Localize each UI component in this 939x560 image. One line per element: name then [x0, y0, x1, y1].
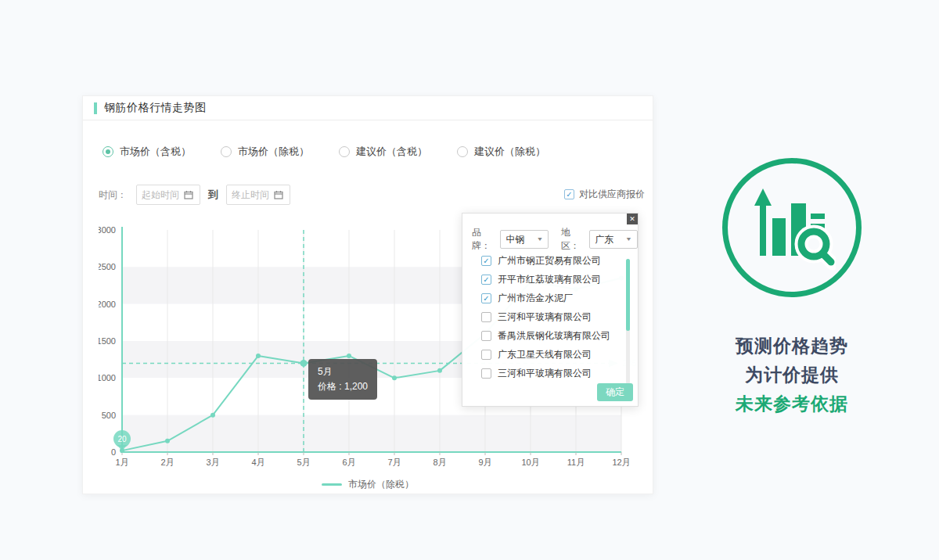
svg-text:2月: 2月: [160, 458, 174, 467]
svg-text:500: 500: [102, 411, 116, 420]
svg-text:1月: 1月: [115, 458, 128, 467]
end-date-field[interactable]: [226, 185, 290, 205]
compare-checkbox-box[interactable]: ✓: [564, 189, 574, 199]
svg-text:11月: 11月: [567, 458, 585, 467]
region-select[interactable]: 广东 ▼: [589, 230, 638, 249]
price-type-radio-group: 市场价（含税） 市场价（除税） 建议价（含税） 建议价（除税）: [103, 145, 545, 159]
svg-text:1000: 1000: [99, 373, 116, 382]
company-row[interactable]: ✓广州市钢正贸易有限公司: [481, 251, 622, 270]
title-accent-bar: [94, 102, 97, 114]
start-date-field[interactable]: [136, 185, 200, 205]
time-label: 时间：: [99, 188, 127, 202]
company-name: 三河和平玻璃有限公司: [498, 367, 592, 380]
company-checkbox[interactable]: [481, 331, 491, 341]
svg-text:3月: 3月: [206, 458, 219, 467]
svg-text:4月: 4月: [251, 458, 264, 467]
compare-supplier-checkbox[interactable]: ✓ 对比供应商报价: [564, 188, 645, 201]
slogan-line-3: 未来参考依据: [703, 389, 881, 418]
slogan-text: 预测价格趋势 为计价提供 未来参考依据: [703, 332, 881, 418]
svg-text:9月: 9月: [478, 458, 491, 467]
time-filter-row: 时间： 到: [99, 185, 293, 205]
company-name: 广州市钢正贸易有限公司: [498, 254, 601, 267]
radio-market-price-taxed[interactable]: 市场价（含税）: [103, 145, 191, 159]
radio-label: 建议价（除税）: [474, 145, 545, 159]
svg-text:3000: 3000: [99, 225, 116, 235]
radio-suggested-price-untaxed[interactable]: 建议价（除税）: [457, 145, 545, 159]
legend-label: 市场价（除税）: [348, 478, 414, 491]
chart-legend[interactable]: 市场价（除税）: [83, 478, 653, 491]
radio-label: 市场价（含税）: [120, 145, 191, 159]
company-name: 番禺洪辰钢化玻璃有限公司: [498, 329, 610, 343]
company-checkbox[interactable]: [481, 350, 491, 360]
compare-checkbox-label: 对比供应商报价: [579, 188, 645, 201]
supplier-filter-panel: ✕ 品牌： 中钢 ▼ 地区： 广东 ▼ ✓广州市钢正贸易有限公司✓开平市红荔玻璃…: [462, 213, 639, 407]
calendar-icon[interactable]: [274, 190, 283, 199]
company-row[interactable]: 番禺洪辰钢化玻璃有限公司: [481, 326, 622, 345]
bar-chart-magnifier-icon: [748, 184, 836, 271]
close-icon[interactable]: ✕: [627, 214, 638, 224]
confirm-button[interactable]: 确定: [597, 383, 633, 401]
company-checkbox[interactable]: ✓: [481, 293, 491, 303]
panel-header: 品牌： 中钢 ▼ 地区： 广东 ▼: [462, 214, 638, 253]
chevron-down-icon: ▼: [536, 236, 543, 242]
svg-text:2000: 2000: [99, 300, 116, 309]
svg-text:5月: 5月: [297, 458, 310, 467]
slogan-line-1: 预测价格趋势: [703, 332, 881, 361]
company-row[interactable]: 三河和平玻璃有限公司: [481, 307, 622, 326]
card-header: 钢筋价格行情走势图: [83, 96, 653, 120]
radio-label: 市场价（除税）: [238, 145, 309, 159]
scrollbar-thumb[interactable]: [626, 259, 630, 331]
svg-text:2500: 2500: [99, 262, 116, 271]
company-name: 开平市红荔玻璃有限公司: [498, 273, 601, 286]
brand-select[interactable]: 中钢 ▼: [500, 230, 549, 249]
radio-suggested-price-taxed[interactable]: 建议价（含税）: [339, 145, 427, 159]
svg-text:12月: 12月: [612, 458, 630, 467]
scrollbar-track[interactable]: [626, 259, 630, 384]
slogan-line-2: 为计价提供: [703, 361, 881, 389]
company-checkbox[interactable]: ✓: [481, 275, 491, 285]
company-row[interactable]: ✓广州市浩金水泥厂: [481, 289, 622, 307]
svg-text:8月: 8月: [433, 458, 446, 467]
radio-circle[interactable]: [339, 146, 350, 157]
analysis-badge: [722, 158, 862, 297]
calendar-icon[interactable]: [184, 190, 193, 199]
radio-market-price-untaxed[interactable]: 市场价（除税）: [221, 145, 309, 159]
company-checkbox[interactable]: [481, 312, 491, 322]
company-row[interactable]: ✓开平市红荔玻璃有限公司: [481, 270, 622, 289]
region-select-value: 广东: [595, 233, 613, 246]
radio-circle[interactable]: [457, 146, 468, 157]
svg-text:7月: 7月: [387, 458, 401, 467]
svg-text:10月: 10月: [521, 458, 539, 467]
company-checkbox[interactable]: [481, 368, 491, 379]
start-date-input[interactable]: [142, 189, 184, 200]
radio-circle[interactable]: [221, 146, 232, 157]
svg-text:1500: 1500: [99, 336, 116, 346]
company-row[interactable]: 三河和平玻璃有限公司: [481, 364, 622, 382]
legend-line-icon: [322, 483, 342, 486]
company-row[interactable]: 广东卫星天线有限公司: [481, 345, 622, 364]
brand-select-value: 中钢: [505, 233, 524, 246]
company-name: 广州市浩金水泥厂: [498, 292, 573, 305]
svg-text:6月: 6月: [342, 458, 355, 467]
svg-text:20: 20: [117, 435, 127, 443]
to-label: 到: [208, 188, 218, 202]
company-list: ✓广州市钢正贸易有限公司✓开平市红荔玻璃有限公司✓广州市浩金水泥厂三河和平玻璃有…: [481, 251, 622, 382]
radio-circle[interactable]: [103, 146, 113, 157]
page-title: 钢筋价格行情走势图: [104, 101, 207, 115]
end-date-input[interactable]: [232, 189, 274, 200]
chevron-down-icon: ▼: [625, 236, 632, 242]
company-name: 三河和平玻璃有限公司: [498, 311, 592, 324]
radio-label: 建议价（含税）: [356, 145, 427, 159]
brand-label: 品牌：: [472, 226, 498, 253]
svg-text:0: 0: [111, 447, 116, 457]
region-label: 地区：: [561, 226, 588, 253]
company-name: 广东卫星天线有限公司: [498, 348, 592, 361]
company-checkbox[interactable]: ✓: [481, 256, 491, 266]
